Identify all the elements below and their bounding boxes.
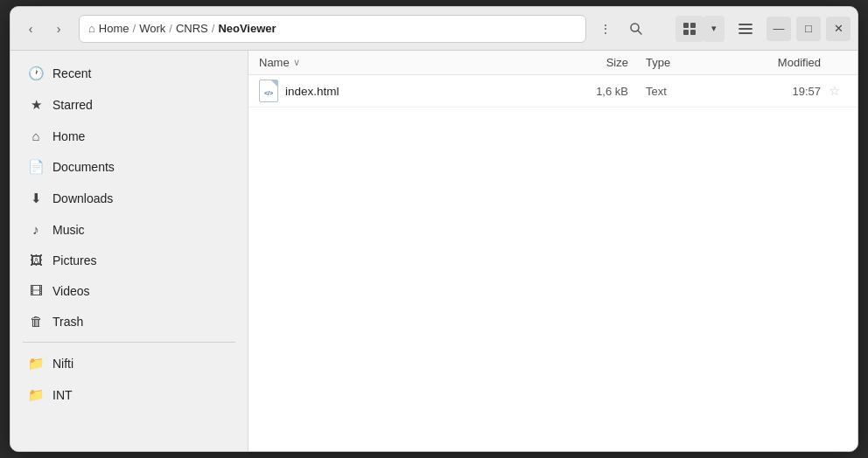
sort-arrow: ∨ — [293, 57, 300, 68]
search-icon — [629, 22, 643, 36]
close-button[interactable]: ✕ — [826, 17, 850, 41]
sidebar-item-label: Pictures — [52, 253, 97, 267]
breadcrumb-current: NeoViewer — [218, 22, 276, 35]
breadcrumb-home[interactable]: Home — [99, 22, 130, 35]
sidebar-item-music[interactable]: ♪ Music — [10, 214, 248, 245]
grid-icon — [682, 22, 696, 36]
main-area: 🕐 Recent ★ Starred ⌂ Home 📄 Documents ⬇ … — [10, 51, 858, 451]
svg-rect-3 — [690, 23, 696, 28]
file-star-button[interactable]: ☆ — [821, 83, 847, 99]
file-manager-window: ‹ › ⌂ Home / Work / CNRS / NeoViewer ⋮ — [10, 6, 858, 452]
file-name-cell: </> index.html — [259, 81, 558, 101]
view-buttons: ▾ — [676, 16, 724, 42]
col-name-label: Name — [259, 56, 290, 69]
breadcrumb: ⌂ Home / Work / CNRS / NeoViewer — [79, 15, 586, 43]
chevron-down-icon: ▾ — [711, 23, 717, 34]
forward-button[interactable]: › — [46, 16, 72, 42]
view-dropdown-button[interactable]: ▾ — [704, 16, 724, 42]
sidebar-item-label: Videos — [52, 284, 90, 298]
svg-line-1 — [638, 31, 641, 34]
starred-icon: ★ — [28, 97, 44, 113]
sidebar-item-home[interactable]: ⌂ Home — [10, 121, 248, 151]
trash-icon: 🗑 — [28, 314, 44, 329]
html-file-icon: </> — [259, 80, 278, 102]
recent-icon: 🕐 — [28, 66, 44, 81]
hamburger-button[interactable] — [732, 16, 760, 42]
breadcrumb-sep-1: / — [133, 22, 136, 35]
svg-rect-2 — [683, 23, 689, 28]
file-name: index.html — [285, 85, 340, 98]
sidebar-item-trash[interactable]: 🗑 Trash — [10, 306, 248, 337]
sidebar-item-label: Music — [52, 223, 85, 237]
svg-rect-4 — [683, 30, 689, 35]
sidebar-item-pictures[interactable]: 🖼 Pictures — [10, 245, 248, 275]
table-row[interactable]: </> index.html 1,6 kB Text 19:57 ☆ — [248, 75, 858, 108]
sidebar-item-label: Documents — [52, 160, 115, 174]
sidebar-item-label: Nifti — [52, 357, 74, 371]
file-list-header: Name ∨ Size Type Modified — [248, 51, 858, 75]
minimize-button[interactable]: — — [766, 17, 791, 41]
sidebar-item-nifti[interactable]: 📁 Nifti — [10, 348, 248, 379]
int-folder-icon: 📁 — [28, 387, 44, 403]
sidebar-item-videos[interactable]: 🎞 Videos — [10, 275, 248, 306]
file-area: Name ∨ Size Type Modified — [248, 51, 858, 451]
col-modified-header[interactable]: Modified — [716, 56, 821, 69]
sidebar-item-label: Recent — [52, 66, 91, 80]
breadcrumb-sep-3: / — [212, 22, 215, 35]
sidebar-item-int[interactable]: 📁 INT — [10, 379, 248, 411]
col-type-header[interactable]: Type — [628, 56, 716, 69]
sidebar-item-label: Home — [52, 129, 85, 143]
sidebar-item-starred[interactable]: ★ Starred — [10, 89, 248, 121]
sidebar-item-recent[interactable]: 🕐 Recent — [10, 58, 248, 89]
maximize-button[interactable]: □ — [796, 17, 821, 41]
col-modified-label: Modified — [778, 56, 821, 69]
col-name-header[interactable]: Name ∨ — [259, 56, 558, 69]
sidebar-item-label: Trash — [52, 315, 83, 329]
documents-icon: 📄 — [28, 159, 44, 175]
breadcrumb-cnrs[interactable]: CNRS — [176, 22, 208, 35]
nav-buttons: ‹ › — [18, 16, 72, 42]
sidebar-item-documents[interactable]: 📄 Documents — [10, 151, 248, 183]
window-controls: — □ ✕ — [766, 17, 850, 41]
sidebar: 🕐 Recent ★ Starred ⌂ Home 📄 Documents ⬇ … — [10, 51, 248, 451]
col-size-label: Size — [606, 56, 628, 69]
hamburger-icon — [738, 23, 752, 35]
col-size-header[interactable]: Size — [558, 56, 628, 69]
col-type-label: Type — [646, 56, 670, 69]
downloads-icon: ⬇ — [28, 191, 44, 206]
nifti-folder-icon: 📁 — [28, 356, 44, 371]
pictures-icon: 🖼 — [28, 253, 44, 267]
sidebar-divider — [23, 342, 235, 343]
search-button[interactable] — [621, 14, 651, 44]
file-modified: 19:57 — [716, 85, 821, 98]
breadcrumb-work[interactable]: Work — [139, 22, 165, 35]
file-size: 1,6 kB — [558, 85, 628, 98]
home-icon: ⌂ — [28, 128, 44, 143]
file-icon: </> — [259, 81, 278, 101]
sidebar-item-label: Starred — [52, 98, 93, 112]
titlebar: ‹ › ⌂ Home / Work / CNRS / NeoViewer ⋮ — [10, 7, 858, 51]
file-type: Text — [628, 85, 716, 98]
back-button[interactable]: ‹ — [18, 16, 44, 42]
menu-dots-button[interactable]: ⋮ — [593, 17, 618, 41]
svg-rect-5 — [690, 30, 696, 35]
sidebar-item-downloads[interactable]: ⬇ Downloads — [10, 183, 248, 214]
sidebar-item-label: Downloads — [52, 191, 113, 205]
music-icon: ♪ — [28, 222, 44, 237]
videos-icon: 🎞 — [28, 283, 44, 298]
home-icon: ⌂ — [88, 22, 95, 35]
grid-view-button[interactable] — [676, 16, 704, 42]
breadcrumb-sep-2: / — [169, 22, 172, 35]
sidebar-item-label: INT — [52, 388, 73, 402]
